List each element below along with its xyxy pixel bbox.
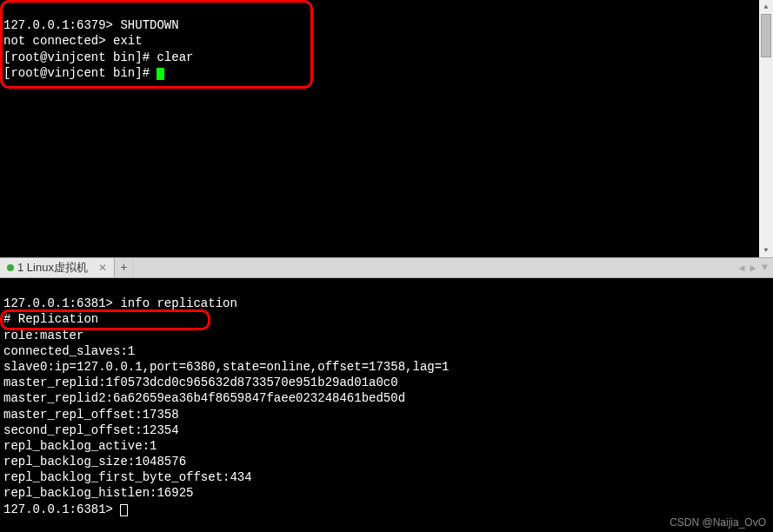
- chevron-down-icon[interactable]: ▼: [760, 262, 770, 274]
- add-tab-button[interactable]: +: [115, 258, 134, 277]
- terminal-prompt: 127.0.0.1:6381>: [3, 296, 113, 310]
- cursor-icon: [157, 68, 164, 80]
- terminal-output: second_repl_offset:12354: [3, 423, 179, 437]
- terminal-prompt: 127.0.0.1:6379>: [3, 18, 113, 32]
- tab-linux-vm[interactable]: 1 Linux虚拟机 ✕: [0, 258, 115, 277]
- scrollbar-vertical[interactable]: ▲ ▼: [759, 0, 773, 257]
- terminal-output-role: role:master: [3, 329, 83, 342]
- terminal-prompt: [root@vinjcent bin]#: [3, 66, 157, 80]
- terminal-command: SHUTDOWN: [113, 18, 179, 32]
- terminal-command: info replication: [113, 296, 237, 310]
- terminal-output: repl_backlog_active:1: [3, 439, 157, 453]
- terminal-output: slave0:ip=127.0.0.1,port=6380,state=onli…: [3, 360, 449, 374]
- terminal-output: master_replid:1f0573dcd0c965632d8733570e…: [3, 376, 398, 389]
- terminal-command: exit: [106, 34, 143, 48]
- terminal-output: repl_backlog_size:1048576: [3, 455, 186, 469]
- scroll-up-icon[interactable]: ▲: [759, 0, 773, 14]
- watermark-text: CSDN @Naijia_OvO: [670, 516, 766, 529]
- bottom-terminal-pane[interactable]: 127.0.0.1:6381> info replication # Repli…: [0, 278, 773, 530]
- tab-nav-controls: ◀ ▶ ▼: [736, 262, 770, 275]
- terminal-prompt: [root@vinjcent bin]#: [3, 50, 150, 64]
- terminal-output: connected_slaves:1: [3, 344, 135, 358]
- terminal-output: master_replid2:6a62659ea36b4f8659847faee…: [3, 391, 405, 405]
- terminal-command: clear: [150, 50, 193, 64]
- top-terminal-pane[interactable]: 127.0.0.1:6379> SHUTDOWN not connected> …: [0, 0, 773, 257]
- terminal-output: # Replication: [3, 312, 98, 326]
- terminal-output: repl_backlog_first_byte_offset:434: [3, 470, 252, 484]
- terminal-prompt: not connected>: [3, 34, 106, 48]
- close-icon[interactable]: ✕: [98, 262, 107, 274]
- chevron-left-icon[interactable]: ◀: [736, 262, 746, 275]
- scroll-down-icon[interactable]: ▼: [759, 243, 773, 257]
- terminal-output: repl_backlog_histlen:16925: [3, 486, 193, 500]
- scrollbar-thumb[interactable]: [761, 14, 771, 57]
- cursor-icon: [120, 504, 128, 516]
- tab-label: 1 Linux虚拟机: [17, 260, 88, 276]
- tab-bar: 1 Linux虚拟机 ✕ + ◀ ▶ ▼: [0, 257, 773, 278]
- chevron-right-icon[interactable]: ▶: [749, 262, 758, 275]
- terminal-output: master_repl_offset:17358: [3, 408, 179, 422]
- status-dot-icon: [7, 264, 14, 271]
- terminal-prompt: 127.0.0.1:6381>: [3, 502, 120, 516]
